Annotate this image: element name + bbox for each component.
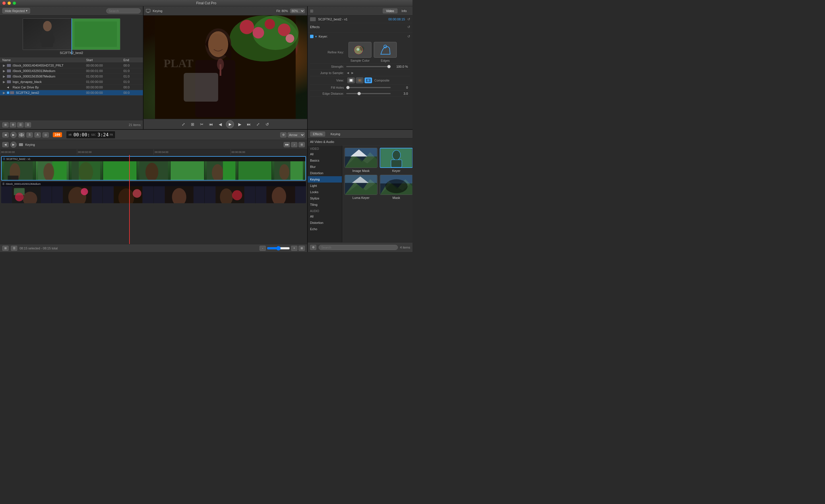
expand-icon[interactable]: ▶ [2, 80, 6, 83]
jump-next-button[interactable]: ► [351, 71, 354, 75]
transform-button[interactable]: ⊞ [189, 121, 196, 128]
transform-tool[interactable]: ⚙ [280, 132, 287, 138]
slideshow-button[interactable]: ⊞ [2, 122, 9, 128]
jump-prev-button[interactable]: ◄ [346, 71, 350, 75]
fill-holes-slider[interactable] [346, 87, 391, 88]
rewind-button[interactable]: ⏮ [208, 121, 214, 128]
effects-reset-button[interactable]: ↺ [407, 25, 410, 29]
audio-button[interactable]: ♪ [291, 142, 297, 147]
collapse-button[interactable]: ◀ [2, 142, 9, 147]
cat-audio-distortion[interactable]: Distortion [308, 220, 342, 226]
list-item[interactable]: ◀ Race Car Drive By 00:00:00:00 00:0 [0, 85, 143, 90]
all-video-audio-label: All Video & Audio [310, 140, 334, 144]
frame-t2-3 [103, 186, 154, 203]
loop-button[interactable]: ↺ [264, 121, 271, 128]
edge-distance-slider-thumb[interactable] [357, 92, 361, 95]
sort-button[interactable]: ⚙ [10, 122, 16, 128]
filmstrip-button[interactable]: ⊞ [2, 246, 9, 251]
edge-distance-slider[interactable] [346, 93, 391, 94]
hide-rejected-button[interactable]: Hide Rejected ▾ [2, 8, 30, 13]
crop-button[interactable]: ⤢ [180, 121, 187, 128]
list-item[interactable]: ▶ iStock_000014329313Medium 00:00:01:00 … [0, 68, 143, 74]
effect-keyer[interactable]: Keyer [380, 148, 412, 172]
effect-image-mask[interactable]: Image Mask [345, 148, 377, 172]
zoom-slider[interactable] [267, 246, 290, 250]
effect-mask[interactable]: Mask [380, 175, 412, 200]
list-item[interactable]: ▶ logo_dynapep_black 01:00:00:00 01:0 [0, 79, 143, 85]
cat-distortion[interactable]: Distortion [308, 170, 342, 176]
cat-audio-all[interactable]: All [308, 213, 342, 220]
effect-luma-keyer[interactable]: Luma Keyer [345, 175, 377, 200]
view-matte-button[interactable] [347, 77, 355, 83]
expand-icon[interactable]: ▶ [2, 64, 6, 67]
list-item[interactable]: ▶ SC2FTK2_best2 00:00:00:00 00:0 [0, 90, 143, 95]
cat-stylize[interactable]: Stylize [308, 195, 342, 202]
maximize-button[interactable] [13, 1, 16, 5]
timeline-play-button[interactable]: ▶ [10, 132, 17, 138]
play-button[interactable]: ▶ [226, 120, 234, 128]
solo-button[interactable]: ◎ [43, 132, 49, 138]
edges-button[interactable] [374, 42, 397, 58]
strength-slider-thumb[interactable] [387, 65, 391, 68]
timeline-inner-play[interactable]: ▶ [10, 142, 17, 148]
tool-select[interactable]: Arrow [288, 132, 305, 138]
svg-rect-16 [184, 73, 218, 101]
zoom-in-button[interactable]: + [291, 246, 297, 251]
video-track-2[interactable]: ☰ iStock_000014329313Medium [1, 182, 306, 203]
back-button[interactable]: ◀ [2, 132, 9, 138]
close-button[interactable] [2, 1, 6, 5]
luma-keyer-preview [345, 175, 377, 195]
cat-keying[interactable]: Keying [308, 176, 342, 183]
strength-row: Strength: 100.0 % [310, 64, 410, 70]
tab-video[interactable]: Video [383, 8, 397, 13]
sample-color-button[interactable] [349, 42, 371, 58]
cat-echo[interactable]: Echo [308, 226, 342, 232]
reset-button[interactable]: ↺ [407, 17, 410, 21]
waveform-button[interactable]: ☰ [11, 246, 17, 251]
cat-looks[interactable]: Looks [308, 189, 342, 195]
tab-info[interactable]: Info [398, 8, 410, 13]
minimize-button[interactable] [7, 1, 11, 5]
search-input[interactable] [106, 8, 141, 13]
cat-basics[interactable]: Basics [308, 157, 342, 164]
list-item[interactable]: ▶ iStock_000015635087Medium 01:00:00:00 … [0, 74, 143, 79]
keyer-reset-button[interactable]: ↺ [407, 34, 410, 39]
thumbnail-image[interactable] [23, 18, 120, 50]
fast-forward-button[interactable]: ⏭ [245, 121, 252, 128]
cat-tiling[interactable]: Tiling [308, 202, 342, 208]
cat-light[interactable]: Light [308, 183, 342, 189]
fullscreen-button[interactable]: ⤢ [254, 121, 261, 128]
effects-settings-button[interactable]: ⚙ [310, 245, 316, 250]
cat-all[interactable]: All [308, 151, 342, 157]
view-composite-button[interactable] [365, 77, 372, 83]
group-button[interactable]: ☰ [17, 122, 23, 128]
frame-4 [103, 161, 137, 181]
link-button[interactable]: ⊞ [299, 142, 305, 147]
expand-icon[interactable]: ▶ [2, 91, 6, 94]
strength-slider[interactable] [346, 66, 391, 67]
audio-skimming-button[interactable]: A [34, 132, 41, 138]
expand-icon[interactable]: ▶ [2, 75, 6, 78]
keyer-checkbox[interactable] [310, 35, 313, 38]
view-original-button[interactable] [356, 77, 363, 83]
list-item[interactable]: ▶ iStock_000014040455HD720_PRLT 00:00:00… [0, 63, 143, 68]
tab-effects[interactable]: Effects [310, 132, 325, 137]
snap-button[interactable] [18, 132, 25, 138]
video-track-1[interactable]: ☰ SC2FTK2_best2 - v1 [1, 156, 306, 181]
view-button[interactable]: ☰ [25, 122, 31, 128]
prev-frame-button[interactable]: ◀ [217, 121, 224, 128]
next-frame-button[interactable]: ▶ [236, 121, 243, 128]
expand-icon[interactable]: ▶ [2, 69, 6, 73]
mute-button[interactable]: ■■ [284, 142, 290, 147]
luma-keyer-thumb [345, 175, 377, 195]
cat-blur[interactable]: Blur [308, 164, 342, 170]
fit-select[interactable]: 80% 100% Fit [290, 9, 305, 13]
fill-holes-slider-thumb[interactable] [346, 86, 350, 89]
trim-button[interactable]: ✂ [198, 121, 205, 128]
zoom-fit-button[interactable]: ⊞ [299, 246, 305, 251]
skimming-button[interactable]: S [26, 132, 33, 138]
all-video-audio-item[interactable]: All Video & Audio [308, 138, 412, 146]
zoom-out-button[interactable]: - [259, 246, 266, 251]
effects-search-input[interactable] [319, 245, 398, 250]
tab-keying[interactable]: Keying [327, 132, 343, 137]
